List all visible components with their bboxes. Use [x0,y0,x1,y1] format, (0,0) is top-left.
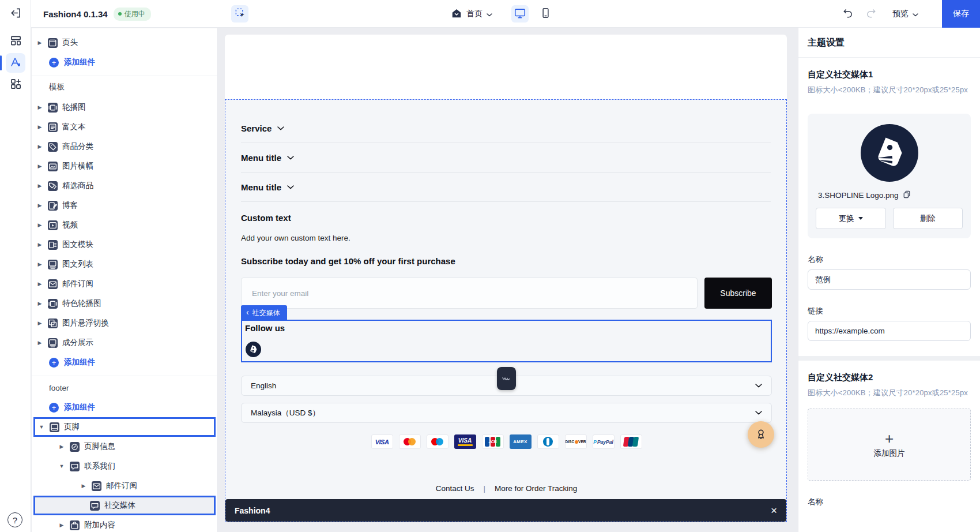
caret-right-icon[interactable]: ▶ [36,301,43,306]
tag-icon [48,142,58,152]
footer-section-preview[interactable]: ServiceMenu titleMenu title Custom text … [225,99,787,522]
sidebar-item-product-category[interactable]: ▶商品分类 [32,137,217,156]
sidebar-item-rich-text[interactable]: ▶富文本 [32,117,217,137]
caret-right-icon[interactable]: ▶ [58,522,65,528]
sidebar-item-extra-content[interactable]: ▶附加内容 [32,515,217,532]
sidebar-item-carousel[interactable]: ▶轮播图 [32,98,217,117]
email-input[interactable] [241,278,698,309]
plus-circle-icon: + [49,58,59,68]
caret-right-icon[interactable]: ▶ [36,144,43,149]
add-component-template-button[interactable]: +添加组件 [32,353,217,372]
caret-down-icon[interactable]: ▼ [38,424,45,430]
sidebar-item-page-footer[interactable]: ▼页脚 [33,417,216,437]
add-image-dropzone[interactable]: + 添加图片 [808,409,971,481]
theme-name: Fashion4 0.1.34 [43,9,108,19]
caret-right-icon[interactable]: ▶ [58,444,65,449]
feedback-floating-button[interactable] [748,421,774,448]
tags-icon [48,181,58,191]
select-tool-button[interactable] [231,5,248,23]
bottom-brand-bar: Fashion4 × [225,499,786,522]
bottom-bar-title: Fashion4 [235,506,270,515]
add-component-footer-button[interactable]: +添加组件 [32,398,217,417]
exit-editor-button[interactable] [6,4,25,24]
sidebar-item-page-header[interactable]: ▶页头 [32,33,217,53]
caret-right-icon[interactable]: ▶ [36,104,43,110]
template-group-label: 模板 [32,76,217,98]
caret-right-icon[interactable]: ▶ [36,281,43,287]
sidebar-item-featured-carousel[interactable]: ▶特色轮播图 [32,294,217,313]
social-logo-icon[interactable] [246,342,261,359]
footer-link-0[interactable]: Contact Us [436,484,474,493]
sidebar-item-label: 邮件订阅 [62,279,93,289]
save-button[interactable]: 保存 [942,0,980,28]
sidebar-item-footer-info[interactable]: ▶页脚信息 [32,437,217,456]
sidebar-item-label: 页脚信息 [84,441,115,452]
caret-right-icon[interactable]: ▶ [36,163,43,169]
sidebar-item-image-banner[interactable]: ▶图片横幅 [32,156,217,176]
footer-menu-2[interactable]: Menu title [241,173,771,202]
page-selector[interactable]: 首页 [451,0,492,28]
redo-icon [865,8,877,21]
footer-menu-0[interactable]: Service [241,114,771,143]
sidebar-item-blog[interactable]: ▶博客 [32,196,217,215]
language-selector-value: English [251,381,276,390]
carousel-icon [48,299,58,309]
caret-right-icon[interactable]: ▶ [36,261,43,267]
sidebar-item-contact-us[interactable]: ▼联系我们 [32,456,217,476]
richtext-icon [48,122,58,132]
footer-link-1[interactable]: More for Order Tracking [495,484,577,493]
sidebar-item-label: 精选商品 [62,181,93,191]
delete-image-button[interactable]: 删除 [893,208,963,229]
redo-button[interactable] [862,5,880,23]
replace-image-button[interactable]: 更换 [816,208,886,229]
country-currency-selector[interactable]: Malaysia（USD $） [241,403,772,423]
block-drag-handle[interactable] [497,367,516,390]
mobile-view-button[interactable] [537,5,554,23]
caret-right-icon[interactable]: ▶ [80,483,87,489]
selected-block-tag[interactable]: ‹ 社交媒体 [241,305,287,320]
caret-right-icon[interactable]: ▶ [36,222,43,228]
sidebar-item-email-subscribe-footer[interactable]: ▶邮件订阅 [32,476,217,496]
caret-right-icon[interactable]: ▶ [36,40,43,46]
desktop-view-button[interactable] [511,5,529,23]
rail-sections-button[interactable] [6,32,25,51]
preview-label: 预览 [892,9,909,19]
sidebar-item-email-subscribe[interactable]: ▶邮件订阅 [32,274,217,294]
sections-panel: ▶页头+添加组件模板▶轮播图▶富文本▶商品分类▶图片横幅▶精选商品▶博客▶视频▶… [32,28,218,532]
sidebar-item-label: 富文本 [62,122,86,132]
caret-right-icon[interactable]: ▶ [36,340,43,346]
add-component-header-button[interactable]: +添加组件 [32,53,217,72]
caret-down-icon[interactable]: ▼ [58,463,65,469]
caret-right-icon[interactable]: ▶ [36,124,43,130]
footer-menu-1[interactable]: Menu title [241,143,771,173]
image-filename: 3.SHOPLINE Logo.png [818,191,899,200]
caret-right-icon[interactable]: ▶ [36,183,43,189]
chevron-left-icon: ‹ [246,308,249,316]
rail-apps-button[interactable] [6,75,25,95]
sidebar-item-featured-products[interactable]: ▶精选商品 [32,176,217,196]
name-field[interactable] [808,269,971,290]
drag-handle-icon [502,373,512,384]
subscribe-button[interactable]: Subscribe [704,278,772,309]
sidebar-item-ingredient-display[interactable]: ▶成分展示 [32,333,217,353]
close-icon[interactable]: × [771,505,777,516]
caret-right-icon[interactable]: ▶ [36,242,43,248]
link-field[interactable] [808,321,971,341]
sidebar-item-image-text-module[interactable]: ▶图文模块 [32,235,217,254]
sidebar-item-label: 页头 [62,38,78,48]
sidebar-item-social-media[interactable]: 社交媒体 [33,496,216,515]
copy-icon[interactable] [902,190,911,201]
settings-title: 主题设置 [808,28,971,57]
social-media-block[interactable]: Follow us [241,320,772,362]
undo-button[interactable] [839,5,857,23]
help-button[interactable]: ? [7,512,22,527]
rail-theme-design-button[interactable] [6,53,25,73]
sidebar-item-video[interactable]: ▶视频 [32,215,217,235]
sidebar-item-image-hover-switch[interactable]: ▶图片悬浮切换 [32,313,217,333]
preview-button[interactable]: 预览 [892,0,918,28]
caret-right-icon[interactable]: ▶ [36,320,43,326]
payment-icon-paypal: PPayPal [593,434,615,449]
custom-social-2-title: 自定义社交媒体2 [808,372,971,383]
sidebar-item-image-text-list[interactable]: ▶图文列表 [32,254,217,274]
caret-right-icon[interactable]: ▶ [36,203,43,208]
